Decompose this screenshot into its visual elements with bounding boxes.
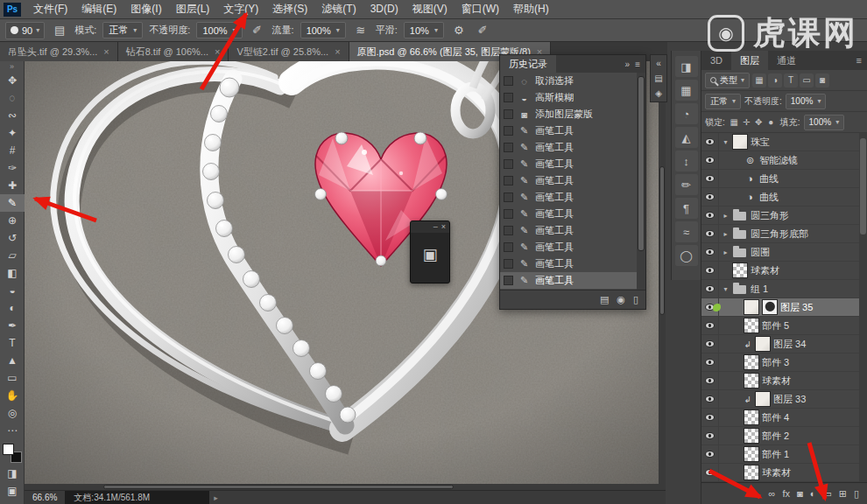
layer-name[interactable]: 组 1 xyxy=(751,283,859,296)
panel-tab[interactable]: 图层 xyxy=(731,51,768,70)
history-brush-tool[interactable]: ↺ xyxy=(0,229,25,247)
history-step[interactable]: ✎ 画笔工具 xyxy=(500,206,637,222)
visibility-toggle[interactable] xyxy=(701,151,719,169)
history-step[interactable]: ✎ 画笔工具 xyxy=(500,189,637,206)
expander-icon[interactable]: ▸ xyxy=(722,212,730,220)
eraser-tool[interactable]: ▱ xyxy=(0,247,25,264)
menu-item[interactable]: 文件(F) xyxy=(26,0,74,18)
doc-tab[interactable]: 钻石8.tif @ 106%... × xyxy=(118,42,229,61)
layer-thumbnail[interactable] xyxy=(732,244,748,260)
edit-toolbar[interactable]: ⋯ xyxy=(0,422,25,439)
history-step[interactable]: ◙ 添加图层蒙版 xyxy=(500,106,637,122)
history-step[interactable]: ✎ 画笔工具 xyxy=(500,156,637,172)
layer-name[interactable]: 部件 1 xyxy=(762,448,859,461)
close-icon[interactable]: × xyxy=(103,46,109,57)
layer-thumbnail[interactable] xyxy=(732,281,748,297)
pressure-opacity-icon[interactable]: ✐ xyxy=(249,22,266,39)
brush-tool[interactable]: ✎ xyxy=(0,194,25,212)
filter-type-select[interactable]: 类型 ▾ xyxy=(705,73,750,88)
fill-select[interactable]: 100% ▾ xyxy=(804,115,845,130)
dock-panel-icon-1[interactable]: ▤ xyxy=(651,71,666,86)
tool-preset-picker[interactable]: 90 ▾ xyxy=(5,22,45,39)
path-select-tool[interactable]: ▲ xyxy=(0,352,25,369)
adjustments-panel-icon[interactable]: ◔ xyxy=(675,103,698,124)
toolbar-collapse-icon[interactable]: » xyxy=(0,61,24,72)
layer-row[interactable]: 部件 4 xyxy=(701,409,867,427)
layer-row[interactable]: ◑ 曲线 xyxy=(701,170,867,188)
toggle-brush-panel-icon[interactable]: ▤ xyxy=(51,22,68,39)
shape-tool[interactable]: ▭ xyxy=(0,369,25,387)
visibility-toggle[interactable] xyxy=(701,464,719,481)
menu-item[interactable]: 选择(S) xyxy=(265,0,314,18)
visibility-toggle[interactable] xyxy=(701,427,719,444)
visibility-toggle[interactable] xyxy=(701,409,719,426)
properties-panel-icon[interactable]: ◯ xyxy=(675,245,698,266)
eyedropper-tool[interactable]: ✑ xyxy=(0,159,25,177)
layer-name[interactable]: 图层 35 xyxy=(780,301,859,314)
history-step[interactable]: ✎ 画笔工具 xyxy=(500,172,637,189)
type-tool[interactable]: T xyxy=(0,334,25,352)
history-step[interactable]: ✎ 画笔工具 xyxy=(500,272,637,289)
layer-name[interactable]: 球素材 xyxy=(762,374,859,388)
opacity-select[interactable]: 100% ▾ xyxy=(196,22,242,38)
adjustment-layer-icon[interactable]: ◐ xyxy=(810,488,816,499)
layer-row[interactable]: ▾ 珠宝 xyxy=(701,133,867,151)
dodge-tool[interactable]: ◐ xyxy=(0,299,25,317)
layer-name[interactable]: 智能滤镜 xyxy=(759,154,859,167)
close-icon[interactable]: × xyxy=(441,221,446,233)
layer-row[interactable]: ↲ 图层 33 xyxy=(701,390,867,409)
layer-row[interactable]: ↲ 图层 34 xyxy=(701,335,867,354)
visibility-toggle[interactable] xyxy=(701,225,719,242)
history-step[interactable]: ✎ 画笔工具 xyxy=(500,256,637,272)
filter-type-layers-icon[interactable]: T xyxy=(784,74,798,88)
panel-menu-icon[interactable]: ≡ xyxy=(635,60,640,69)
quick-mask-button[interactable]: ◨ xyxy=(0,465,25,482)
visibility-toggle[interactable] xyxy=(701,372,719,389)
visibility-toggle[interactable] xyxy=(701,133,719,150)
lock-position-icon[interactable]: ✥ xyxy=(753,117,765,127)
character-panel-icon[interactable]: ≈ xyxy=(675,221,698,242)
history-source-checkbox[interactable] xyxy=(504,93,513,102)
history-source-checkbox[interactable] xyxy=(504,159,513,169)
add-mask-icon[interactable]: ◙ xyxy=(797,488,803,499)
layer-name[interactable]: 曲线 xyxy=(759,172,859,186)
menu-item[interactable]: 3D(D) xyxy=(363,0,405,18)
history-source-checkbox[interactable] xyxy=(504,76,513,86)
brush-settings-panel-icon[interactable]: ✏ xyxy=(675,174,698,195)
panel-tab[interactable]: 通道 xyxy=(768,51,805,70)
layer-opacity-select[interactable]: 100% ▾ xyxy=(786,94,827,109)
history-source-checkbox[interactable] xyxy=(504,276,513,285)
new-snapshot-icon[interactable]: ◉ xyxy=(617,294,625,305)
visibility-toggle[interactable] xyxy=(701,188,719,206)
color-panel-icon[interactable]: ◨ xyxy=(675,56,698,77)
history-source-checkbox[interactable] xyxy=(504,226,513,235)
layer-style-icon[interactable]: fx xyxy=(782,488,790,499)
history-source-checkbox[interactable] xyxy=(504,176,513,186)
layer-row[interactable]: ▸ 圆三角形 xyxy=(701,206,867,225)
smoothing-options-gear-icon[interactable]: ⚙ xyxy=(450,22,468,39)
layer-name[interactable]: 部件 2 xyxy=(762,430,859,443)
layer-thumbnail[interactable] xyxy=(744,354,759,370)
layer-blend-mode-select[interactable]: 正常 ▾ xyxy=(705,94,741,109)
close-icon[interactable]: × xyxy=(335,46,340,57)
layer-row[interactable]: ◑ 曲线 xyxy=(701,188,867,206)
visibility-toggle[interactable] xyxy=(701,354,719,371)
history-step[interactable]: ✎ 画笔工具 xyxy=(500,222,637,239)
hand-tool[interactable]: ✋ xyxy=(0,387,25,404)
visibility-toggle[interactable] xyxy=(701,445,719,463)
layer-row[interactable]: 图层 35 xyxy=(701,298,867,317)
histogram-panel-icon[interactable]: ◭ xyxy=(675,127,698,148)
visibility-toggle[interactable] xyxy=(701,206,719,224)
layer-row[interactable]: 球素材 xyxy=(701,262,867,280)
layer-row[interactable]: ▾ 组 1 xyxy=(701,280,867,298)
history-source-checkbox[interactable] xyxy=(504,209,513,219)
layer-name[interactable]: 部件 5 xyxy=(762,319,859,332)
history-panel-tab[interactable]: 历史记录 xyxy=(500,55,556,73)
doc-tab[interactable]: 吊坠头.tif @ 29.3%... × xyxy=(0,42,118,61)
layer-row[interactable]: ▸ 圆圈 xyxy=(701,243,867,262)
layer-row[interactable]: 球素材 xyxy=(701,372,867,390)
filter-smart-objects-icon[interactable]: ◙ xyxy=(815,74,829,88)
navigator-panel-icon[interactable]: ↕ xyxy=(675,150,698,172)
history-step[interactable]: ◒ 高斯模糊 xyxy=(500,89,637,106)
visibility-toggle[interactable] xyxy=(701,317,719,334)
